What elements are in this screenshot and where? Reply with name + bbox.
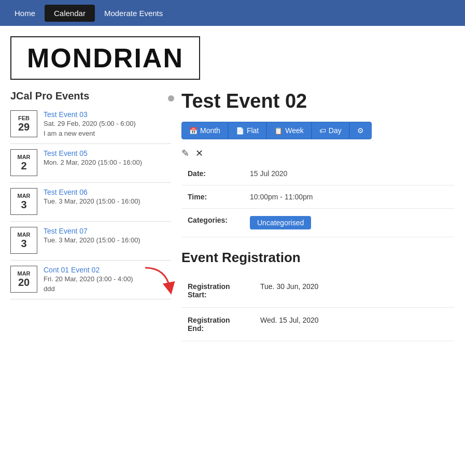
gear-icon: ⚙ [357, 126, 364, 135]
sidebar: JCal Pro Events Feb 29 Test Event 03 Sat… [10, 90, 171, 341]
cal-buttons: 📅 Month 📄 Flat 📋 Week 🏷 Day ⚙ [181, 122, 455, 139]
event-date-badge: Mar 3 [10, 227, 37, 254]
event-time: Sat. 29 Feb, 2020 (5:00 - 6:00) [44, 120, 136, 127]
reg-start-value: Tue. 30 Jun, 2020 [254, 274, 455, 308]
event-time: Mon. 2 Mar, 2020 (15:00 - 16:00) [44, 158, 142, 166]
nav-home[interactable]: Home [5, 5, 45, 22]
badge-day: 2 [21, 160, 26, 172]
nav-bar: Home Calendar Moderate Events [0, 0, 465, 26]
registration-title: Event Registration [181, 250, 455, 266]
content-area: Test Event 02 📅 Month 📄 Flat 📋 Week 🏷 Da… [181, 90, 455, 341]
flat-icon: 📄 [236, 127, 244, 135]
day-icon: 🏷 [319, 127, 326, 135]
reg-end-value: Wed. 15 Jul, 2020 [254, 308, 455, 341]
event-info: Cont 01 Event 02 Fri. 20 Mar, 2020 (3:00… [44, 266, 133, 293]
delete-icon[interactable]: ✕ [195, 148, 203, 159]
category-badge[interactable]: Uncategorised [250, 216, 311, 229]
day-label: Day [329, 126, 342, 135]
sidebar-title: JCal Pro Events [10, 90, 171, 102]
event-date-badge: Feb 29 [10, 110, 37, 137]
registration-table: Registration Start: Tue. 30 Jun, 2020 Re… [181, 274, 455, 341]
table-row: Registration End: Wed. 15 Jul, 2020 [181, 308, 455, 341]
event-title-link[interactable]: Test Event 03 [44, 110, 88, 119]
main-layout: JCal Pro Events Feb 29 Test Event 03 Sat… [0, 85, 465, 347]
action-icons: ✎ ✕ [181, 148, 455, 159]
week-view-button[interactable]: 📋 Week [266, 122, 312, 139]
badge-month: Mar [17, 270, 30, 277]
table-row: Registration Start: Tue. 30 Jun, 2020 [181, 274, 455, 308]
table-row: Categories: Uncategorised [181, 209, 455, 237]
badge-month: Feb [18, 115, 30, 121]
flat-label: Flat [247, 126, 259, 135]
calendar-icon: 📅 [189, 127, 198, 135]
list-item: Feb 29 Test Event 03 Sat. 29 Feb, 2020 (… [10, 110, 171, 144]
logo-box: MONDRIAN [10, 36, 200, 80]
badge-month: Mar [17, 232, 30, 238]
event-date-badge: Mar 2 [10, 149, 37, 176]
divider-dot [168, 95, 174, 102]
month-view-button[interactable]: 📅 Month [181, 122, 228, 139]
settings-button[interactable]: ⚙ [349, 122, 372, 139]
categories-cell: Uncategorised [244, 209, 455, 237]
event-info: Test Event 03 Sat. 29 Feb, 2020 (5:00 - … [44, 110, 136, 137]
registration-section: Event Registration Registration Start: T… [181, 250, 455, 341]
reg-end-label: Registration End: [181, 308, 254, 341]
event-date-badge: Mar 20 [10, 266, 37, 293]
nav-calendar[interactable]: Calendar [45, 5, 95, 22]
logo-area: MONDRIAN [0, 26, 465, 85]
list-item: Mar 3 Test Event 06 Tue. 3 Mar, 2020 (15… [10, 188, 171, 222]
event-desc: ddd [44, 285, 133, 293]
event-title-link[interactable]: Test Event 07 [44, 227, 88, 235]
list-item: Mar 2 Test Event 05 Mon. 2 Mar, 2020 (15… [10, 149, 171, 183]
week-icon: 📋 [274, 127, 283, 135]
red-arrow-annotation [140, 265, 176, 296]
badge-month: Mar [17, 154, 30, 160]
badge-month: Mar [17, 193, 30, 199]
list-item: Mar 3 Test Event 07 Tue. 3 Mar, 2020 (15… [10, 227, 171, 261]
table-row: Date: 15 Jul 2020 [181, 169, 455, 185]
date-value: 15 Jul 2020 [244, 169, 455, 185]
event-title-link[interactable]: Test Event 06 [44, 188, 88, 196]
reg-start-label: Registration Start: [181, 274, 254, 308]
nav-moderate-events[interactable]: Moderate Events [95, 5, 172, 22]
event-info: Test Event 06 Tue. 3 Mar, 2020 (15:00 - … [44, 188, 140, 215]
event-time: Fri. 20 Mar, 2020 (3:00 - 4:00) [44, 275, 133, 283]
badge-day: 29 [18, 121, 30, 133]
event-title-link[interactable]: Cont 01 Event 02 [44, 266, 100, 274]
categories-label: Categories: [181, 209, 244, 237]
event-desc: I am a new event [44, 129, 136, 137]
badge-day: 20 [18, 277, 30, 289]
detail-table: Date: 15 Jul 2020 Time: 10:00pm - 11:00p… [181, 169, 455, 237]
date-label: Date: [181, 169, 244, 185]
badge-day: 3 [21, 238, 26, 250]
time-label: Time: [181, 185, 244, 209]
event-date-badge: Mar 3 [10, 188, 37, 215]
event-detail-title: Test Event 02 [181, 90, 455, 112]
month-label: Month [200, 126, 220, 135]
day-view-button[interactable]: 🏷 Day [312, 122, 349, 139]
event-time: Tue. 3 Mar, 2020 (15:00 - 16:00) [44, 236, 140, 244]
table-row: Time: 10:00pm - 11:00pm [181, 185, 455, 209]
week-label: Week [285, 126, 304, 135]
event-info: Test Event 07 Tue. 3 Mar, 2020 (15:00 - … [44, 227, 140, 254]
event-time: Tue. 3 Mar, 2020 (15:00 - 16:00) [44, 197, 140, 205]
logo-text: MONDRIAN [27, 43, 184, 73]
event-title-link[interactable]: Test Event 05 [44, 149, 88, 157]
flat-view-button[interactable]: 📄 Flat [228, 122, 266, 139]
time-value: 10:00pm - 11:00pm [244, 185, 455, 209]
badge-day: 3 [21, 199, 26, 211]
edit-icon[interactable]: ✎ [181, 148, 189, 159]
event-info: Test Event 05 Mon. 2 Mar, 2020 (15:00 - … [44, 149, 142, 176]
